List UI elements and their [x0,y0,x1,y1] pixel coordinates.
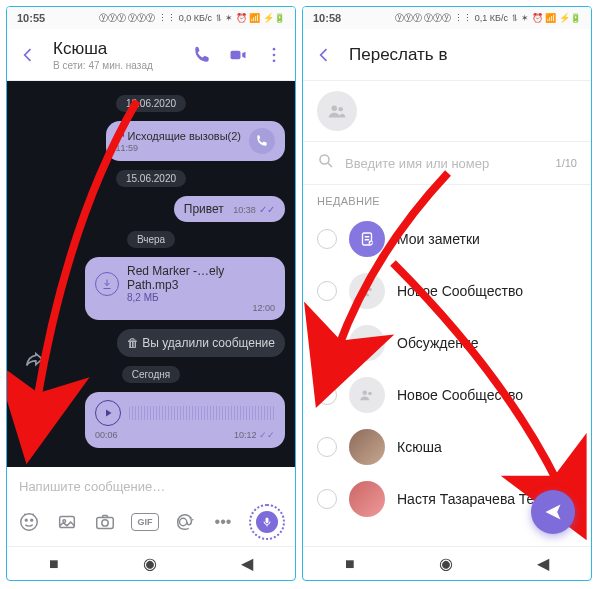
group-icon [349,273,385,309]
group-icon [349,377,385,413]
selection-row [303,81,591,142]
date-chip: 15.06.2020 [116,170,186,187]
radio[interactable] [317,437,337,457]
radio[interactable] [317,229,337,249]
group-icon [349,325,385,361]
list-item[interactable]: Обсуждение [303,317,591,369]
avatar [349,481,385,517]
file-bubble[interactable]: Red Marker -…ely Path.mp3 8,2 МБ 12:00 [85,257,285,320]
mention-icon[interactable] [173,510,197,534]
send-button[interactable] [531,490,575,534]
svg-point-4 [21,514,38,531]
group-icon [317,91,357,131]
nav-recents-icon[interactable]: ■ [345,555,355,573]
svg-rect-0 [231,50,241,58]
forward-title: Переслать в [349,45,447,65]
date-chip: 12.06.2020 [116,95,186,112]
list-item[interactable]: Мои заметки [303,213,591,265]
call-icon[interactable] [191,44,213,66]
phone-icon[interactable] [249,128,275,154]
svg-point-21 [368,340,372,344]
svg-point-19 [368,288,372,292]
svg-point-13 [332,106,338,112]
nav-back-icon[interactable]: ◀ [241,554,253,573]
svg-rect-12 [266,518,269,524]
date-chip: Сегодня [122,366,180,383]
status-bar: 10:55 ⓨⓨⓨ ⓨⓨⓨ ⋮⋮ 0,0 КБ/с ⥮ ✶ ⏰ 📶 ⚡🔋 [7,7,295,29]
notes-icon [349,221,385,257]
svg-point-2 [273,53,276,56]
svg-point-1 [273,47,276,50]
svg-point-23 [368,392,372,396]
mic-button[interactable] [249,504,285,540]
share-icon[interactable] [23,349,45,375]
chat-subtitle: В сети: 47 мин. назад [53,60,177,71]
selection-count: 1/10 [556,157,577,169]
svg-point-18 [363,287,368,292]
radio[interactable] [317,385,337,405]
chat-screen: 10:55 ⓨⓨⓨ ⓨⓨⓨ ⋮⋮ 0,0 КБ/с ⥮ ✶ ⏰ 📶 ⚡🔋 Ксю… [6,6,296,581]
nav-back-icon[interactable]: ◀ [537,554,549,573]
status-bar: 10:58 ⓨⓨⓨ ⓨⓨⓨ ⋮⋮ 0,1 КБ/с ⥮ ✶ ⏰ 📶 ⚡🔋 [303,7,591,29]
chat-appbar: Ксюша В сети: 47 мин. назад [7,29,295,81]
menu-icon[interactable] [263,44,285,66]
forward-appbar: Переслать в [303,29,591,81]
search-icon [317,152,335,174]
radio[interactable] [317,489,337,509]
svg-point-6 [31,519,33,521]
status-icons: ⓨⓨⓨ ⓨⓨⓨ ⋮⋮ 0,1 КБ/с ⥮ ✶ ⏰ 📶 ⚡🔋 [395,14,581,23]
sticker-icon[interactable] [17,510,41,534]
gallery-icon[interactable] [55,510,79,534]
list-item[interactable]: Новое Сообщество [303,369,591,421]
gif-icon[interactable]: GIF [131,513,159,531]
list-item[interactable]: Ксюша [303,421,591,473]
svg-point-22 [363,391,368,396]
video-icon[interactable] [227,44,249,66]
back-icon[interactable] [313,44,335,66]
radio-selected[interactable] [317,333,337,353]
avatar [349,429,385,465]
svg-point-10 [102,520,108,526]
search-row[interactable]: Введите имя или номер 1/10 [303,142,591,185]
message-bubble[interactable]: Привет 10:38 ✓✓ [174,196,285,222]
back-icon[interactable] [17,44,39,66]
svg-point-3 [273,59,276,62]
list-item[interactable]: Новое Сообщество [303,265,591,317]
status-time: 10:58 [313,12,341,24]
deleted-bubble: 🗑 Вы удалили сообщение [117,329,285,357]
forward-screen: 10:58 ⓨⓨⓨ ⓨⓨⓨ ⋮⋮ 0,1 КБ/с ⥮ ✶ ⏰ 📶 ⚡🔋 Пер… [302,6,592,581]
status-time: 10:55 [17,12,45,24]
compose-input[interactable]: Напишите сообщение… [17,475,285,504]
svg-point-15 [320,155,329,164]
chat-area[interactable]: 12.06.2020 ↗ Исходящие вызовы(2) 11:59 1… [7,81,295,467]
svg-point-20 [363,339,368,344]
voice-bubble[interactable]: 00:06 10:12 ✓✓ [85,392,285,448]
composer: Напишите сообщение… GIF ••• [7,467,295,546]
nav-bar: ■ ◉ ◀ [303,546,591,580]
svg-point-5 [25,519,27,521]
nav-bar: ■ ◉ ◀ [7,546,295,580]
chat-title[interactable]: Ксюша [53,39,177,59]
svg-point-11 [180,518,187,525]
nav-home-icon[interactable]: ◉ [439,554,453,573]
section-header: НЕДАВНИЕ [303,185,591,213]
nav-recents-icon[interactable]: ■ [49,555,59,573]
search-input[interactable]: Введите имя или номер [345,156,546,171]
date-chip: Вчера [127,231,175,248]
radio[interactable] [317,281,337,301]
nav-home-icon[interactable]: ◉ [143,554,157,573]
svg-point-14 [338,107,342,111]
waveform[interactable] [129,406,275,420]
trash-icon: 🗑 [127,336,142,350]
status-icons: ⓨⓨⓨ ⓨⓨⓨ ⋮⋮ 0,0 КБ/с ⥮ ✶ ⏰ 📶 ⚡🔋 [99,14,285,23]
download-icon[interactable] [95,272,119,296]
camera-icon[interactable] [93,510,117,534]
call-bubble[interactable]: ↗ Исходящие вызовы(2) 11:59 [106,121,285,161]
more-icon[interactable]: ••• [211,510,235,534]
play-icon[interactable] [95,400,121,426]
